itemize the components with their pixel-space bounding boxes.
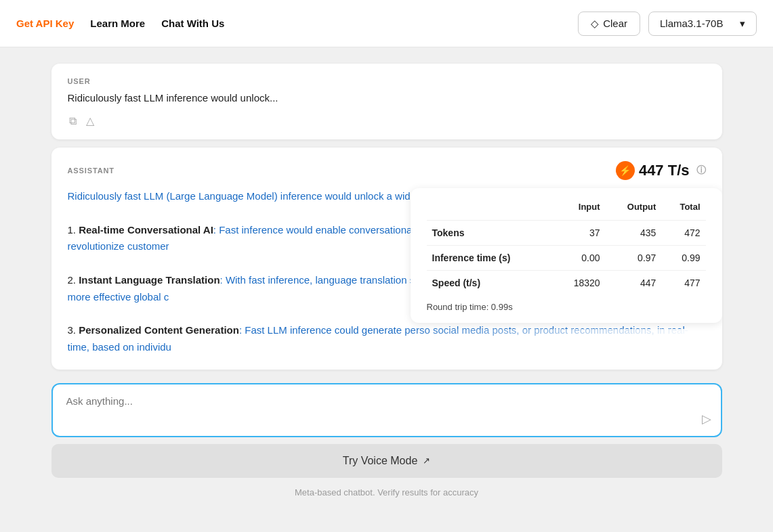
voice-mode-button[interactable]: Try Voice Mode ↗: [51, 444, 722, 478]
footer-text: Meta-based chatbot. Verify results for a…: [51, 487, 722, 497]
row-speed-input: 18320: [553, 271, 606, 296]
header-right: ◇ Clear Llama3.1-70B ▾: [578, 12, 757, 36]
upvote-button[interactable]: △: [85, 113, 96, 129]
point3-bold: Personalized Content Generation: [79, 324, 239, 336]
row-tokens-total: 472: [661, 221, 705, 246]
chevron-down-icon: ▾: [740, 18, 745, 30]
col-output-header: Output: [606, 202, 662, 221]
row-speed-total: 477: [661, 271, 705, 296]
voice-mode-label: Try Voice Mode: [343, 455, 418, 467]
intro-text: Ridiculously fast LLM (Large Language Mo…: [68, 190, 428, 202]
header-left: Get API Key Learn More Chat With Us: [16, 18, 562, 29]
info-icon[interactable]: ⓘ: [696, 164, 706, 177]
input-box: ▷: [51, 383, 722, 437]
assistant-header: ASSISTANT ⚡ 447 T/s ⓘ: [68, 161, 706, 180]
model-selector[interactable]: Llama3.1-70B ▾: [648, 12, 757, 36]
user-text: Ridiculously fast LLM inference would un…: [68, 92, 706, 104]
learn-more-link[interactable]: Learn More: [90, 18, 145, 29]
speed-badge: ⚡ 447 T/s ⓘ: [616, 161, 706, 180]
col-empty: [427, 202, 553, 221]
table-row: Speed (t/s) 18320 447 477: [427, 271, 706, 296]
chat-input[interactable]: [66, 395, 687, 422]
external-link-icon: ↗: [423, 456, 430, 466]
row-inference-output: 0.97: [606, 246, 662, 271]
point2-bold: Instant Language Translation: [79, 274, 220, 286]
clear-icon: ◇: [591, 18, 599, 30]
copy-button[interactable]: ⧉: [68, 113, 78, 129]
user-message: USER Ridiculously fast LLM inference wou…: [51, 64, 722, 139]
table-row: Tokens 37 435 472: [427, 221, 706, 246]
send-icon: ▷: [702, 412, 711, 426]
chat-container: USER Ridiculously fast LLM inference wou…: [51, 64, 722, 506]
row-speed-label: Speed (t/s): [427, 271, 553, 296]
row-tokens-output: 435: [606, 221, 662, 246]
col-input-header: Input: [553, 202, 606, 221]
table-row: Inference time (s) 0.00 0.97 0.99: [427, 246, 706, 271]
lightning-icon: ⚡: [616, 161, 635, 180]
user-label: USER: [68, 77, 706, 85]
assistant-message: ASSISTANT ⚡ 447 T/s ⓘ Ridiculously fast …: [51, 148, 722, 370]
row-inference-total: 0.99: [661, 246, 705, 271]
input-area: ▷: [51, 383, 722, 437]
user-actions: ⧉ △: [68, 113, 706, 129]
header: Get API Key Learn More Chat With Us ◇ Cl…: [0, 0, 773, 47]
stats-table: Input Output Total Tokens 37 435 472: [427, 202, 706, 295]
col-total-header: Total: [661, 202, 705, 221]
clear-label: Clear: [603, 18, 627, 29]
get-api-key-link[interactable]: Get API Key: [16, 18, 74, 29]
chat-with-us-link[interactable]: Chat With Us: [161, 18, 224, 29]
clear-button[interactable]: ◇ Clear: [578, 12, 640, 36]
speed-value: 447 T/s: [639, 162, 690, 179]
round-trip-text: Round trip time: 0.99s: [427, 302, 706, 312]
row-tokens-label: Tokens: [427, 221, 553, 246]
row-inference-input: 0.00: [553, 246, 606, 271]
send-button[interactable]: ▷: [702, 412, 711, 426]
main-content: USER Ridiculously fast LLM inference wou…: [0, 47, 773, 532]
assistant-label: ASSISTANT: [68, 167, 114, 175]
row-speed-output: 447: [606, 271, 662, 296]
row-tokens-input: 37: [553, 221, 606, 246]
row-inference-label: Inference time (s): [427, 246, 553, 271]
stats-panel: Input Output Total Tokens 37 435 472: [411, 188, 722, 323]
model-name: Llama3.1-70B: [660, 18, 723, 29]
point1-bold: Real-time Conversational AI: [79, 224, 213, 236]
